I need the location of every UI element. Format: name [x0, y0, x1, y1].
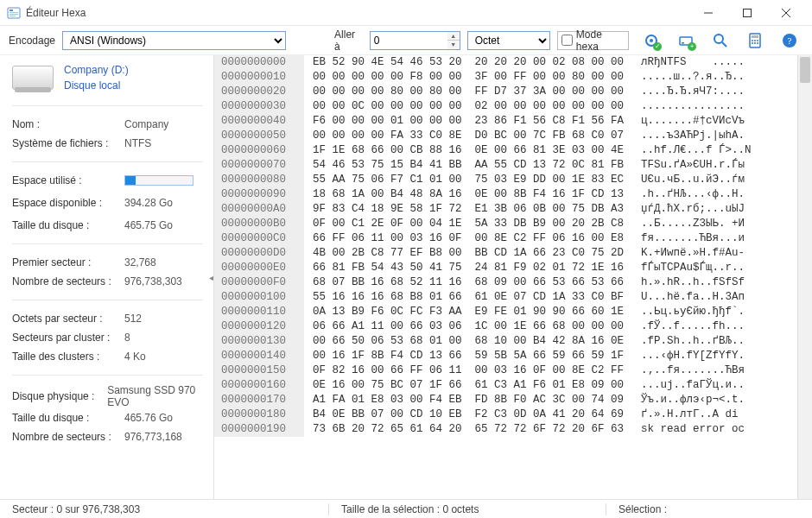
bytes-cell[interactable]: 00 66 50 06 53 68 01 00 68 10 00 B4 42 8…	[304, 334, 632, 349]
bytes-cell[interactable]: 4B 00 2B C8 77 EF B8 00 BB CD 1A 66 23 C…	[304, 246, 632, 261]
hex-mode-input[interactable]	[561, 35, 573, 46]
goto-unit-select[interactable]: Octet	[467, 31, 550, 50]
hex-row[interactable]: 00000000A09F 83 C4 18 9E 58 1F 72 E1 3B …	[214, 202, 797, 217]
help-icon[interactable]: ?	[781, 32, 798, 49]
ascii-cell[interactable]: Ўъ.и..флэ‹р¬<.t.	[632, 393, 753, 407]
ascii-cell[interactable]: .....ш..?.я..Ђ..	[632, 70, 753, 85]
settings-disk-icon[interactable]: +	[677, 32, 695, 49]
ascii-cell[interactable]: fя.......ЋВя...и	[632, 231, 753, 246]
vertical-scrollbar[interactable]	[797, 55, 812, 499]
goto-input[interactable]	[370, 31, 447, 50]
bytes-cell[interactable]: 55 AA 75 06 F7 C1 01 00 75 03 E9 DD 00 1…	[304, 173, 632, 187]
bytes-cell[interactable]: 00 00 00 00 FA 33 C0 8E D0 BC 00 7C FB 6…	[304, 129, 632, 143]
hex-row[interactable]: 000000019073 6B 20 72 65 61 64 20 65 72 …	[214, 422, 797, 437]
hex-row[interactable]: 000000007054 46 53 75 15 B4 41 BB AA 55 …	[214, 158, 797, 173]
ascii-cell[interactable]: ґ.».Н.лтГ..A di	[632, 407, 747, 422]
hex-grid[interactable]: 0000000000EB 52 90 4E 54 46 53 20 20 20 …	[214, 55, 797, 499]
search-icon[interactable]	[712, 32, 729, 49]
ascii-cell[interactable]: ..hf.Л€...f Ѓ>..N	[632, 143, 760, 158]
disk-icon	[12, 66, 54, 90]
bytes-cell[interactable]: 0E 16 00 75 BC 07 1F 66 61 C3 A1 F6 01 E…	[304, 378, 632, 393]
hex-row[interactable]: 000000013000 66 50 06 53 68 01 00 68 10 …	[214, 334, 797, 349]
ascii-cell[interactable]: .fЎ..f.....fh...	[632, 319, 753, 334]
bytes-cell[interactable]: EB 52 90 4E 54 46 53 20 20 20 20 00 02 0…	[304, 55, 632, 70]
ascii-cell[interactable]: .‚..fя.......ЋВя	[632, 363, 753, 378]
bytes-cell[interactable]: 68 07 BB 16 68 52 11 16 68 09 00 66 53 6…	[304, 275, 632, 290]
hex-row[interactable]: 00000001500F 82 16 00 66 FF 06 11 00 03 …	[214, 363, 797, 378]
ascii-cell[interactable]: .fP.Sh..h..ґBЉ..	[632, 334, 753, 349]
hex-row[interactable]: 000000012006 66 A1 11 00 66 03 06 1C 00 …	[214, 319, 797, 334]
bytes-cell[interactable]: F6 00 00 00 01 00 00 00 23 86 F1 56 C8 F…	[304, 114, 632, 129]
hex-mode-checkbox[interactable]: Mode hexa	[557, 31, 629, 50]
ascii-cell[interactable]: U...hё.fa..Н.3Ап	[632, 290, 753, 305]
panel-collapse-handle[interactable]: ◂	[207, 260, 214, 294]
hex-row[interactable]: 00000000E066 81 FB 54 43 50 41 75 24 81 …	[214, 261, 797, 275]
ascii-cell[interactable]: h.».hR..h..fSfSf	[632, 275, 753, 290]
bytes-cell[interactable]: 0F 82 16 00 66 FF 06 11 00 03 16 0F 00 8…	[304, 363, 632, 378]
bytes-cell[interactable]: 00 00 00 00 00 F8 00 00 3F 00 FF 00 00 8…	[304, 70, 632, 85]
minimize-button[interactable]	[688, 0, 727, 26]
maximize-button[interactable]	[727, 0, 766, 26]
hex-row[interactable]: 000000014000 16 1F 8B F4 CD 13 66 59 5B …	[214, 349, 797, 363]
hex-row[interactable]: 000000001000 00 00 00 00 F8 00 00 3F 00 …	[214, 70, 797, 85]
hex-row[interactable]: 000000010055 16 16 16 68 B8 01 66 61 0E …	[214, 290, 797, 305]
bytes-cell[interactable]: 66 81 FB 54 43 50 41 75 24 81 F9 02 01 7…	[304, 261, 632, 275]
hex-row[interactable]: 000000005000 00 00 00 FA 33 C0 8E D0 BC …	[214, 129, 797, 143]
bytes-cell[interactable]: 55 16 16 16 68 B8 01 66 61 0E 07 CD 1A 3…	[304, 290, 632, 305]
hex-row[interactable]: 000000009018 68 1A 00 B4 48 8A 16 0E 00 …	[214, 187, 797, 202]
ascii-cell[interactable]: UЄu.чБ..u.йЭ..ѓм	[632, 173, 753, 187]
ascii-cell[interactable]: fЃыTCPAu$Ѓщ..r..	[632, 261, 753, 275]
bytes-cell[interactable]: 9F 83 C4 18 9E 58 1F 72 E1 3B 06 0B 00 7…	[304, 202, 632, 217]
close-button[interactable]	[766, 0, 805, 26]
ascii-cell[interactable]: .h..ґHЉ...‹ф..Н.	[632, 187, 753, 202]
ascii-cell[interactable]: ....ъ3АЋРј.|ыhА.	[632, 129, 753, 143]
hex-row[interactable]: 0000000040F6 00 00 00 01 00 00 00 23 86 …	[214, 114, 797, 129]
hex-row[interactable]: 00000000F068 07 BB 16 68 52 11 16 68 09 …	[214, 275, 797, 290]
hex-row[interactable]: 0000000000EB 52 90 4E 54 46 53 20 20 20 …	[214, 55, 797, 70]
bytes-cell[interactable]: 00 16 1F 8B F4 CD 13 66 59 5B 5A 66 59 6…	[304, 349, 632, 363]
ascii-cell[interactable]: ..Ьц.ьуЄйю.ђђf`.	[632, 305, 753, 319]
svg-text:?: ?	[788, 35, 792, 46]
ascii-cell[interactable]: ................	[632, 99, 753, 114]
bytes-cell[interactable]: 00 00 00 00 80 00 80 00 FF D7 37 3A 00 0…	[304, 85, 632, 99]
bytes-cell[interactable]: 00 00 0C 00 00 00 00 00 02 00 00 00 00 0…	[304, 99, 632, 114]
hex-row[interactable]: 00000000B00F 00 C1 2E 0F 00 04 1E 5A 33 …	[214, 217, 797, 231]
bytes-cell[interactable]: 73 6B 20 72 65 61 64 20 65 72 72 6F 72 2…	[304, 422, 632, 437]
ascii-cell[interactable]: ц.......#†сVИсVъ	[632, 114, 753, 129]
ascii-cell[interactable]: sk read error oc	[632, 422, 753, 437]
hex-row[interactable]: 00000000601F 1E 68 66 00 CB 88 16 0E 00 …	[214, 143, 797, 158]
ascii-cell[interactable]: ..Б.....Z3ЫЬ. +И	[632, 217, 753, 231]
settings-apply-icon[interactable]: ✓	[643, 32, 660, 49]
window-title: Éditeur Hexa	[26, 7, 688, 19]
bytes-cell[interactable]: 0A 13 B9 F6 0C FC F3 AA E9 FE 01 90 90 6…	[304, 305, 632, 319]
ascii-cell[interactable]: ...‹фН.fY[ZfYfY.	[632, 349, 753, 363]
svg-rect-2	[10, 12, 18, 13]
bytes-cell[interactable]: 54 46 53 75 15 B4 41 BB AA 55 CD 13 72 0…	[304, 158, 632, 173]
ascii-cell[interactable]: ....Ђ.Ђ.яЧ7:....	[632, 85, 753, 99]
bytes-cell[interactable]: 18 68 1A 00 B4 48 8A 16 0E 00 8B F4 16 1…	[304, 187, 632, 202]
bytes-cell[interactable]: 06 66 A1 11 00 66 03 06 1C 00 1E 66 68 0…	[304, 319, 632, 334]
hex-row[interactable]: 0000000170A1 FA 01 E8 03 00 F4 EB FD 8B …	[214, 393, 797, 407]
encoding-select[interactable]: ANSI (Windows)	[62, 31, 286, 50]
bytes-cell[interactable]: B4 0E BB 07 00 CD 10 EB F2 C3 0D 0A 41 2…	[304, 407, 632, 422]
bytes-cell[interactable]: A1 FA 01 E8 03 00 F4 EB FD 8B F0 AC 3C 0…	[304, 393, 632, 407]
ascii-cell[interactable]: TFSu.ґA»ЄUН.r.Ѓы	[632, 158, 753, 173]
ascii-cell[interactable]: лRђNTFS .....	[632, 55, 753, 70]
goto-spinner[interactable]: ▲▼	[447, 31, 460, 50]
calculator-icon[interactable]	[746, 32, 764, 49]
hex-row[interactable]: 00000001600E 16 00 75 BC 07 1F 66 61 C3 …	[214, 378, 797, 393]
used-space-label: Espace utilisé :	[12, 174, 124, 186]
hex-row[interactable]: 00000001100A 13 B9 F6 0C FC F3 AA E9 FE …	[214, 305, 797, 319]
bytes-cell[interactable]: 1F 1E 68 66 00 CB 88 16 0E 00 66 81 3E 0…	[304, 143, 632, 158]
bytes-cell[interactable]: 66 FF 06 11 00 03 16 0F 00 8E C2 FF 06 1…	[304, 231, 632, 246]
hex-row[interactable]: 000000003000 00 0C 00 00 00 00 00 02 00 …	[214, 99, 797, 114]
hex-row[interactable]: 000000008055 AA 75 06 F7 C1 01 00 75 03 …	[214, 173, 797, 187]
hex-row[interactable]: 0000000180B4 0E BB 07 00 CD 10 EB F2 C3 …	[214, 407, 797, 422]
hex-row[interactable]: 000000002000 00 00 00 80 00 80 00 FF D7 …	[214, 85, 797, 99]
ascii-cell[interactable]: K.+Иwпё.»Н.f#Аu-	[632, 246, 753, 261]
hex-row[interactable]: 00000000C066 FF 06 11 00 03 16 0F 00 8E …	[214, 231, 797, 246]
ascii-cell[interactable]: ...uј..faГЎц.и..	[632, 378, 753, 393]
ascii-cell[interactable]: џѓД.ћX.rб;...uЫЈ	[632, 202, 753, 217]
bytes-cell[interactable]: 0F 00 C1 2E 0F 00 04 1E 5A 33 DB B9 00 2…	[304, 217, 632, 231]
hex-row[interactable]: 00000000D04B 00 2B C8 77 EF B8 00 BB CD …	[214, 246, 797, 261]
